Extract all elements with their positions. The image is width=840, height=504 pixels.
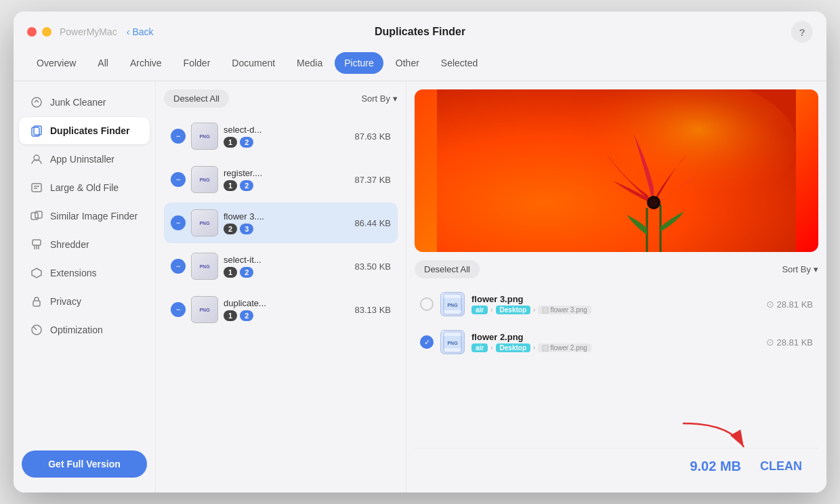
back-button[interactable]: ‹ Back (127, 26, 154, 37)
detail-sort-by-label: Sort By (782, 264, 811, 274)
file-check-icon: − (171, 302, 186, 317)
svg-rect-21 (543, 307, 548, 314)
minimize-button[interactable] (42, 27, 51, 37)
sidebar-item-similar-image-finder[interactable]: Similar Image Finder (19, 203, 150, 230)
help-button[interactable]: ? (791, 21, 813, 43)
badge-2: 2 (240, 310, 253, 321)
file-badges: 1 2 (224, 180, 350, 191)
close-button[interactable] (27, 27, 37, 37)
detail-checkbox-unchecked[interactable] (420, 297, 434, 311)
file-name: select-d... (224, 125, 350, 135)
sidebar-item-privacy[interactable]: Privacy (19, 288, 150, 315)
badge-1: 1 (224, 137, 237, 148)
extensions-icon (30, 266, 43, 280)
window-title: Duplicates Finder (375, 26, 465, 38)
detail-file-path: air › Desktop › flower 3.png (471, 306, 759, 314)
svg-rect-7 (33, 240, 41, 245)
path-arrow-icon-2: › (533, 306, 535, 314)
file-name: flower 3.... (224, 211, 350, 222)
file-info: select-it... 1 2 (224, 255, 350, 278)
file-size: 87.37 KB (355, 175, 392, 185)
file-size: 83.13 KB (355, 305, 392, 315)
detail-checkbox-checked[interactable]: ✓ (420, 335, 434, 349)
file-list-area: Deselect All Sort By ▾ − PNG select-d...… (156, 81, 406, 492)
path-folder-2: Desktop (496, 343, 530, 352)
detail-sort-by-control[interactable]: Sort By ▾ (782, 264, 818, 274)
file-check-icon: − (171, 172, 186, 187)
tab-selected[interactable]: Selected (432, 52, 487, 74)
badge-1: 1 (224, 180, 237, 191)
sidebar-label-privacy: Privacy (50, 296, 81, 307)
detail-section: Deselect All Sort By ▾ (415, 260, 818, 448)
sidebar-label-similar-image-finder: Similar Image Finder (50, 211, 138, 222)
deselect-all-button[interactable]: Deselect All (164, 89, 229, 108)
tab-archive[interactable]: Archive (121, 52, 171, 74)
sort-by-control[interactable]: Sort By ▾ (361, 93, 398, 104)
sidebar-item-optimization[interactable]: Optimization (19, 316, 150, 343)
traffic-lights (27, 27, 51, 37)
shredder-icon (30, 238, 43, 251)
file-thumbnail: PNG (191, 296, 218, 323)
detail-file-info: flower 3.png air › Desktop › flower 3.pn… (471, 294, 759, 314)
privacy-icon (30, 295, 43, 308)
full-version-button[interactable]: Get Full Version (22, 450, 147, 478)
sidebar-item-shredder[interactable]: Shredder (19, 231, 150, 258)
file-list-item[interactable]: − PNG duplicate... 1 2 83.13 KB (164, 289, 398, 330)
badge-2: 2 (240, 137, 253, 148)
tab-other[interactable]: Other (386, 52, 429, 74)
tab-all[interactable]: All (88, 52, 118, 74)
file-name: register.... (224, 168, 350, 178)
detail-file-icon: PNG (440, 330, 465, 354)
tab-folder[interactable]: Folder (174, 52, 220, 74)
file-badges: 2 3 (224, 224, 350, 234)
svg-line-11 (33, 327, 37, 330)
detail-list-item[interactable]: PNG flower 3.png air › Desktop › (415, 285, 818, 323)
optimization-icon (30, 323, 43, 337)
list-header: Deselect All Sort By ▾ (164, 89, 398, 108)
sidebar-label-duplicates-finder: Duplicates Finder (50, 125, 129, 136)
detail-list-item[interactable]: ✓ PNG flower 2.png air (415, 323, 818, 361)
path-file: flower 2.png (538, 343, 591, 352)
path-arrow-icon-2: › (533, 344, 535, 352)
path-file-name: flower 2.png (550, 344, 587, 352)
total-size: 9.02 MB (690, 459, 741, 474)
svg-marker-8 (32, 268, 41, 278)
detail-file-list: PNG flower 3.png air › Desktop › (415, 285, 818, 361)
detail-file-size: ⊙ 28.81 KB (766, 299, 814, 310)
file-badges: 1 2 (224, 137, 350, 148)
file-info: duplicate... 1 2 (224, 298, 350, 321)
path-folder-1: air (471, 343, 488, 352)
detail-file-info: flower 2.png air › Desktop › flower 2.pn… (471, 332, 759, 352)
flower-preview-svg (415, 89, 818, 252)
file-list-item[interactable]: − PNG select-it... 1 2 83.50 KB (164, 246, 398, 287)
file-name: duplicate... (224, 298, 350, 308)
path-file: flower 3.png (538, 306, 591, 314)
detail-header: Deselect All Sort By ▾ (415, 260, 818, 278)
sidebar-item-extensions[interactable]: Extensions (19, 259, 150, 287)
tab-overview[interactable]: Overview (27, 52, 85, 74)
magnify-icon: ⊙ (766, 337, 774, 348)
svg-text:PNG: PNG (447, 303, 458, 308)
svg-rect-25 (543, 345, 548, 352)
file-check-icon: − (171, 259, 186, 274)
file-list-item[interactable]: − PNG register.... 1 2 87.37 KB (164, 159, 398, 200)
tab-media[interactable]: Media (287, 52, 332, 74)
file-list-item[interactable]: − PNG select-d... 1 2 87.63 KB (164, 116, 398, 156)
detail-deselect-all-button[interactable]: Deselect All (415, 260, 480, 278)
tab-picture[interactable]: Picture (335, 52, 383, 74)
sidebar-item-junk-cleaner[interactable]: Junk Cleaner (19, 89, 150, 116)
size-value: 28.81 KB (777, 299, 814, 310)
file-thumbnail: PNG (191, 253, 218, 280)
sidebar-item-duplicates-finder[interactable]: Duplicates Finder (19, 117, 150, 144)
file-badges: 1 2 (224, 310, 350, 321)
file-size: 87.63 KB (355, 131, 392, 142)
path-arrow-icon: › (490, 344, 492, 352)
file-name: select-it... (224, 255, 350, 265)
clean-button[interactable]: CLEAN (755, 457, 807, 476)
duplicates-finder-icon (30, 124, 43, 138)
sidebar-item-app-uninstaller[interactable]: App Uninstaller (19, 146, 150, 173)
detail-file-path: air › Desktop › flower 2.png (471, 343, 759, 352)
tab-document[interactable]: Document (222, 52, 285, 74)
file-list-item[interactable]: − PNG flower 3.... 2 3 86.44 KB (164, 203, 398, 243)
sidebar-item-large-old-file[interactable]: Large & Old File (19, 174, 150, 201)
